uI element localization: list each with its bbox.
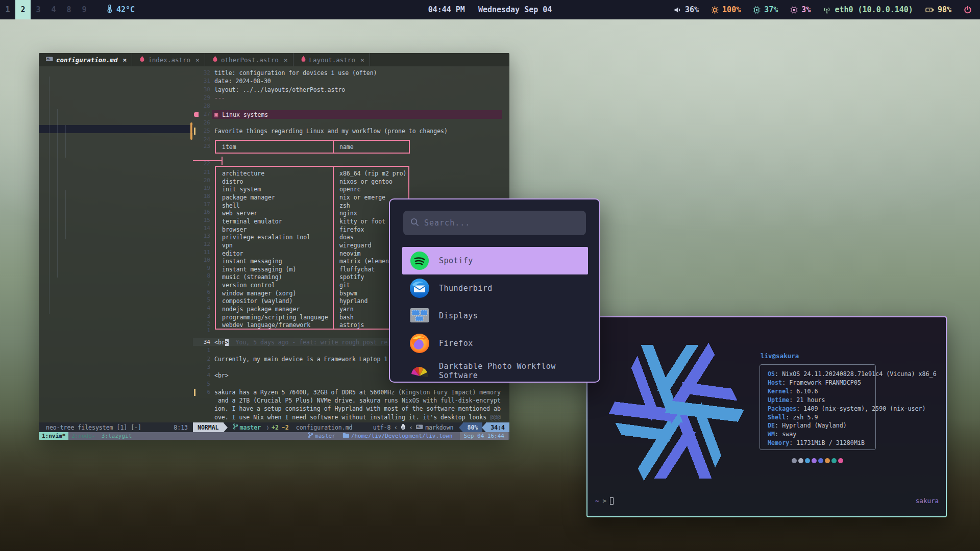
tab-index.astro[interactable]: index.astro× (132, 53, 205, 66)
tree-item-contact.astro[interactable] (39, 198, 193, 206)
powerline-separator (459, 423, 463, 432)
terminal-window[interactable]: liv@sakura OS: NixOS 24.11.20240828.71e9… (586, 316, 947, 517)
tree-scrollbar[interactable] (190, 122, 192, 140)
tree-item-src[interactable] (39, 101, 193, 109)
power-module[interactable] (964, 6, 972, 14)
tree-item-tsconfig.json[interactable] (39, 287, 193, 295)
workspace-switcher: 123489 (0, 0, 92, 19)
launcher-item-displays[interactable]: Displays (402, 302, 588, 330)
tab-label: otherPost.astro (221, 56, 279, 64)
file-tree[interactable] (39, 66, 193, 422)
launcher-item-firefox[interactable]: Firefox (402, 330, 588, 357)
workspace-2[interactable]: 2 (15, 0, 31, 19)
search-input[interactable] (424, 218, 579, 228)
tree-item-docker-compose.yml[interactable] (39, 263, 193, 271)
workspace-8[interactable]: 8 (61, 0, 77, 19)
tmux-window-1:nvim*[interactable]: 1:nvim* (39, 432, 68, 440)
network-module[interactable]: eth0 (10.0.0.140) (823, 5, 913, 14)
workspace-4[interactable]: 4 (46, 0, 61, 19)
tree-item-index.astro[interactable] (39, 214, 193, 222)
tree-item--6-hidden-items-[interactable] (39, 304, 193, 312)
chip-icon (790, 6, 798, 14)
tree-item-balcony.astro[interactable] (39, 190, 193, 198)
line-number: 22 (193, 160, 210, 168)
close-icon[interactable]: × (284, 56, 288, 64)
battery-module[interactable]: 98% (925, 5, 951, 14)
tree-item-env.d.ts[interactable] (39, 231, 193, 239)
line-number: 4 (193, 304, 210, 312)
brightness-module[interactable]: 100% (711, 5, 741, 14)
shell-prompt[interactable]: ~ > (595, 497, 614, 505)
git-branch-icon (308, 432, 313, 440)
tree-item-yarn.lock[interactable] (39, 295, 193, 304)
launcher-item-thunderbird[interactable]: Thunderbird (402, 274, 588, 302)
table-cell-name: fluffychat (339, 266, 375, 273)
tree-item-Layout.astro[interactable] (39, 125, 193, 133)
palette-dot (792, 458, 797, 463)
close-icon[interactable]: × (195, 56, 200, 64)
table-cell-item: editor (222, 250, 243, 257)
line-number: 2 (193, 355, 210, 363)
table-column-divider (333, 141, 334, 153)
tree-item-configuration.md[interactable] (39, 158, 193, 166)
folder-icon (342, 432, 349, 440)
tab-label: Layout.astro (309, 56, 355, 64)
tree-item-astro.config.mjs[interactable] (39, 255, 193, 263)
tree-item-index.astro[interactable] (39, 174, 193, 182)
tmux-window-3:lazygit[interactable]: 3:lazygit (99, 432, 135, 440)
scroll-progress: 80% (463, 422, 483, 432)
tree-item-tone-guide.md[interactable] (39, 182, 193, 190)
tree-item-fediverse-terms.md[interactable] (39, 166, 193, 174)
table-cell-name: matrix (element (339, 258, 393, 265)
tree-item-components[interactable] (39, 109, 193, 117)
gpu-module[interactable]: 3% (790, 5, 811, 14)
table-cell-item: browser (222, 226, 247, 233)
workspace-3[interactable]: 3 (31, 0, 46, 19)
tab-Layout.astro[interactable]: Layout.astro× (293, 53, 370, 66)
table-cell-name: hyprland (339, 297, 368, 305)
palette-dot (825, 458, 830, 463)
chip-icon (753, 6, 761, 14)
indent-guide (65, 190, 66, 239)
tree-item-otherPost.astro[interactable] (39, 133, 193, 141)
tree-item-node-modules[interactable] (39, 85, 193, 93)
tree-item-garden.astro[interactable] (39, 206, 193, 214)
tree-item-nginx[interactable] (39, 77, 193, 85)
launcher-search[interactable] (403, 211, 586, 235)
cpu-module[interactable]: 37% (753, 5, 778, 14)
tab-otherPost.astro[interactable]: otherPost.astro× (205, 53, 293, 66)
workspace-1[interactable]: 1 (0, 0, 15, 19)
table-cell-name: bash (339, 314, 354, 321)
tree-item-tailwind.config.mjs[interactable] (39, 279, 193, 287)
power-icon (964, 6, 972, 14)
close-icon[interactable]: × (122, 56, 127, 64)
tab-configuration.md[interactable]: M↓configuration.md× (39, 53, 132, 66)
table-cell-name: nginx (339, 210, 357, 217)
volume-module[interactable]: 36% (674, 5, 699, 14)
tree-item-README.md[interactable] (39, 247, 193, 255)
indent-guide (49, 77, 50, 314)
tree-item-package.json[interactable] (39, 271, 193, 279)
table-cell-name: spotify (339, 273, 364, 281)
tree-item-pages[interactable] (39, 141, 193, 149)
tree-item-other[interactable] (39, 149, 193, 158)
battery-value: 98% (938, 5, 951, 14)
table-cell-item: compositor (wayland) (222, 297, 292, 305)
line-number: 17 (193, 201, 210, 209)
close-icon[interactable]: × (360, 56, 364, 64)
workspace-9[interactable]: 9 (77, 0, 92, 19)
prompt-path: ~ (595, 497, 599, 505)
code-line: ion. I have a setup consisting of Hyprla… (214, 405, 501, 413)
tree-item-layouts[interactable] (39, 117, 193, 125)
launcher-item-darktable[interactable]: Darktable Photo Workflow Software (402, 357, 588, 383)
tmux-window-2:node-[interactable]: 2:node- (68, 432, 98, 440)
tree-item-Dockerfile[interactable] (39, 239, 193, 247)
tree-item-~-Development-liv.town[interactable] (39, 68, 193, 77)
git-branch-icon (233, 423, 238, 431)
tree-item-public[interactable] (39, 93, 193, 101)
tree-item-config.ts[interactable] (39, 222, 193, 231)
markdown-heading: ▣Linux systems (212, 110, 502, 119)
launcher-item-spotify[interactable]: Spotify (402, 247, 588, 274)
git-branch: master (228, 423, 264, 431)
table-header-box: itemname (215, 140, 410, 154)
